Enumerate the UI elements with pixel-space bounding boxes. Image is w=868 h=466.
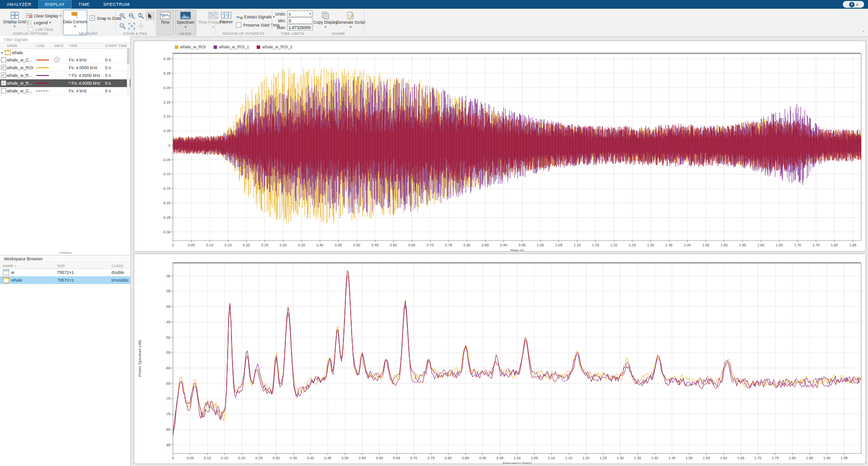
signals-scrollbar[interactable] [127,48,130,94]
ws-col-name[interactable]: NAME [3,264,14,268]
svg-text:0.90: 0.90 [479,456,486,460]
col-line[interactable]: LINE [36,44,54,48]
fit-to-view-button[interactable] [127,21,136,30]
svg-text:0.15: 0.15 [221,456,228,460]
splitter-grip-icon [59,252,72,254]
tab-display[interactable]: DISPLAY [38,0,72,9]
tab-spectrum[interactable]: SPECTRUM [96,0,137,9]
signal-time: Fs: 4 kHz [69,89,105,93]
scrollbar-thumb[interactable] [127,48,130,64]
checkbox-checked-icon[interactable]: ✓ [1,65,6,70]
checkbox-icon [236,22,241,28]
signal-row[interactable]: whale_w_C...iFs: 4 kHz0 s [0,56,130,64]
zoom-in-y-button[interactable] [136,11,145,20]
link-time-label: Link Time [35,27,53,32]
svg-text:0.20: 0.20 [243,243,250,247]
help-button[interactable]: ? ▾ [843,1,864,8]
chevron-down-icon: ▾ [185,25,186,29]
svg-text:0.25: 0.25 [261,243,268,247]
ribbon-collapse-button[interactable]: ⌃ [862,30,865,35]
tab-time-label: TIME [78,2,90,7]
zoom-in-x-icon [128,13,135,19]
max-input[interactable] [289,25,311,30]
svg-text:1.50: 1.50 [685,456,693,460]
svg-text:0.75: 0.75 [445,243,452,247]
svg-text:0.70: 0.70 [410,456,418,460]
chevron-down-icon: ▾ [14,25,16,28]
checkbox-icon[interactable] [1,88,6,93]
svg-text:1.30: 1.30 [647,243,654,247]
signal-row[interactable]: whale_w_C...Fs: 4 kHz0 s [0,87,130,95]
checkbox-checked-icon[interactable]: ✓ [1,80,6,86]
line-style-swatch[interactable] [36,90,49,91]
help-icon: ? [849,2,854,7]
svg-text:-75: -75 [165,412,170,416]
svg-text:0.65: 0.65 [393,456,401,460]
signal-row[interactable]: ✓whale_w_ROIFs: 4.0000 kHz0 s [0,64,130,72]
variable-class: timetable [111,278,130,283]
zoom-in-button[interactable] [118,11,127,20]
signal-row[interactable]: ✓whale_w_R...* Fs: 4.0000 kHz0 s [0,79,130,87]
col-name[interactable]: NAME [7,44,36,48]
col-time[interactable]: TIME [69,44,105,48]
divider [364,11,364,34]
section-share: Copy Display ▾ Generate Script ▾ SHARE [313,9,364,36]
sort-asc-icon: ▲ [15,264,17,267]
svg-text:1.80: 1.80 [831,243,838,247]
workspace-row[interactable]: whale79572×1timetable [0,276,130,284]
line-style-swatch[interactable] [36,75,49,76]
svg-text:1.20: 1.20 [582,456,589,460]
line-style-swatch[interactable] [36,83,49,84]
workspace-row[interactable]: w79572×1double [0,269,130,276]
tab-analyzer[interactable]: ANALYZER [0,0,38,9]
checkbox-icon[interactable] [1,57,6,62]
filter-signals-input[interactable] [3,37,102,43]
line-style-swatch[interactable] [36,60,49,60]
svg-text:1.15: 1.15 [565,456,573,460]
tab-time[interactable]: TIME [72,0,97,9]
svg-text:1.70: 1.70 [755,456,762,460]
svg-text:0.35: 0.35 [290,456,297,460]
pointer-button[interactable] [145,11,155,20]
ws-col-class[interactable]: CLASS [111,264,130,268]
signal-row[interactable]: ✓whale_w_R...* Fs: 4.0000 kHz0 s [0,72,130,79]
spectrum-plot[interactable]: 00.050.100.150.200.250.300.350.400.450.5… [134,254,866,464]
min-input[interactable] [289,18,311,23]
clear-display-button[interactable]: Clear Display ▾ [26,13,62,19]
svg-text:1.30: 1.30 [617,456,624,460]
signal-name: whale_w_ROI [7,65,36,70]
svg-text:1.60: 1.60 [758,243,765,247]
legend-button[interactable]: Legend ▾ [26,19,51,26]
panel-splitter[interactable] [0,250,130,255]
checkbox-checked-icon[interactable]: ✓ [1,73,6,78]
svg-text:1.55: 1.55 [703,456,710,460]
col-start-time[interactable]: START TIME [105,44,130,48]
section-label: SHARE [313,31,364,36]
svg-text:1.00: 1.00 [537,243,544,247]
units-value: s [289,12,291,16]
svg-text:0: 0 [169,143,170,148]
display-grid-label: Display Grid [3,19,26,24]
max-field-wrap [287,24,312,30]
svg-text:Time (s): Time (s) [510,248,524,251]
svg-text:0.10: 0.10 [206,243,214,247]
svg-text:1.10: 1.10 [548,456,555,460]
units-select[interactable]: s ▾ [287,11,312,17]
signal-group-row[interactable]: ▸ whale [0,49,130,56]
info-icon[interactable]: i [54,57,60,62]
extract-signals-button[interactable]: Extract Signals ▾ [236,14,275,20]
zoom-out-button[interactable] [118,21,127,30]
matrix-icon [3,270,9,275]
svg-text:0.40: 0.40 [316,243,324,247]
svg-text:-70: -70 [165,396,170,401]
col-info[interactable]: INFO [54,44,69,48]
line-style-swatch[interactable] [36,67,49,68]
chevron-down-icon: ▾ [325,25,326,29]
svg-text:0.55: 0.55 [358,456,366,460]
tab-analyzer-label: ANALYZER [7,2,31,7]
svg-text:1.90: 1.90 [823,456,831,460]
ws-col-size[interactable]: SIZE [57,264,111,268]
zoom-in-x-button[interactable] [127,11,136,20]
expander-icon[interactable]: ▸ [1,51,3,55]
time-plot[interactable]: 00.050.100.150.200.250.300.350.400.450.5… [134,41,866,251]
